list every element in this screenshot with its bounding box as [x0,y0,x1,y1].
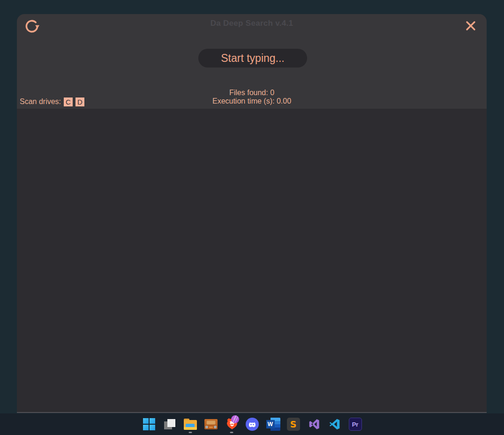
file-explorer-icon [184,418,197,430]
stats-block: Files found: 0 Execution time (s): 0.00 [17,89,487,105]
scan-drive-buttons: CD [61,98,84,106]
taskbar-premiere-button[interactable]: Pr [349,414,362,435]
running-indicator [230,432,233,433]
taskbar-brave-button[interactable] [225,414,238,435]
deep-search-window: Da Deep Search v.4.1 Files found: 0 Exec… [17,14,487,413]
close-button[interactable] [463,19,478,34]
window-header: Da Deep Search v.4.1 Files found: 0 Exec… [17,14,487,109]
desktop: { "app": { "title": "Da Deep Search v.4.… [0,0,504,435]
taskbar-file-explorer-button[interactable] [184,414,197,435]
files-found-text: Files found: 0 [17,89,487,97]
taskbar-task-view-button[interactable] [163,414,176,435]
sublime-text-icon: S [287,418,300,431]
window-title: Da Deep Search v.4.1 [17,19,487,28]
brave-browser-icon [225,417,238,432]
taskbar-discord-button[interactable] [246,414,259,435]
taskbar-visual-studio-button[interactable] [308,414,321,435]
task-view-icon [164,418,176,430]
word-icon: W [266,418,279,431]
drive-toggle-d[interactable]: D [75,98,84,106]
taskbar-media-player-button[interactable] [204,414,218,435]
retro-radio-icon [204,419,218,429]
search-results-area [17,109,487,412]
taskbar-sublime-button[interactable]: S [287,414,300,435]
scan-drives-row: Scan drives: CD [20,97,84,107]
taskbar-vscode-button[interactable] [328,414,341,435]
scan-drives-label: Scan drives: [20,98,61,106]
discord-icon [246,418,259,431]
running-indicator [188,432,192,433]
drive-toggle-c[interactable]: C [64,98,73,106]
word-letter: W [266,420,275,428]
execution-time-text: Execution time (s): 0.00 [17,97,487,105]
visual-studio-icon [308,418,321,431]
taskbar-word-button[interactable]: W [266,414,279,435]
vscode-icon [328,418,341,431]
profile-badge-icon [231,415,239,423]
close-icon [464,19,478,33]
premiere-pro-icon: Pr [349,418,362,431]
search-input[interactable] [198,49,307,68]
taskbar: W S Pr [0,413,504,435]
taskbar-start-button[interactable] [143,414,156,435]
windows-logo-icon [143,418,155,430]
